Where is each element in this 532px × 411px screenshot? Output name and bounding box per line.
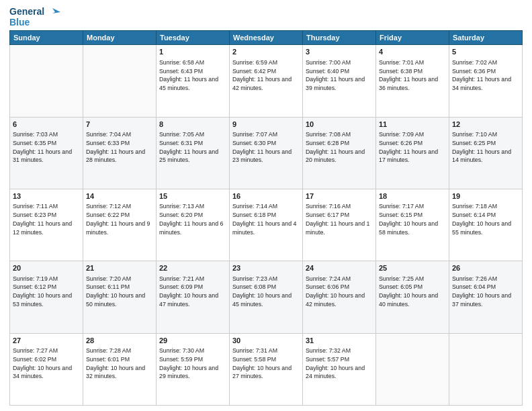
day-info: Sunrise: 7:08 AM Sunset: 6:28 PM Dayligh… [306, 130, 373, 165]
day-info: Sunrise: 7:13 AM Sunset: 6:20 PM Dayligh… [159, 202, 226, 236]
day-number: 18 [379, 191, 446, 201]
calendar: SundayMondayTuesdayWednesdayThursdayFrid… [9, 30, 523, 406]
day-number: 16 [232, 191, 300, 201]
day-info: Sunrise: 7:30 AM Sunset: 5:59 PM Dayligh… [159, 347, 226, 381]
calendar-cell: 6Sunrise: 7:03 AM Sunset: 6:35 PM Daylig… [10, 117, 83, 189]
day-info: Sunrise: 7:11 AM Sunset: 6:23 PM Dayligh… [13, 202, 80, 236]
day-info: Sunrise: 7:03 AM Sunset: 6:35 PM Dayligh… [13, 130, 80, 165]
day-number: 26 [452, 263, 519, 273]
calendar-cell: 20Sunrise: 7:19 AM Sunset: 6:12 PM Dayli… [10, 261, 83, 333]
calendar-cell: 23Sunrise: 7:23 AM Sunset: 6:08 PM Dayli… [230, 261, 303, 333]
day-info: Sunrise: 6:59 AM Sunset: 6:42 PM Dayligh… [232, 58, 300, 93]
day-info: Sunrise: 7:21 AM Sunset: 6:09 PM Dayligh… [159, 275, 226, 309]
calendar-cell: 2Sunrise: 6:59 AM Sunset: 6:42 PM Daylig… [230, 45, 303, 117]
day-of-week-header: Tuesday [157, 31, 230, 45]
calendar-cell: 9Sunrise: 7:07 AM Sunset: 6:30 PM Daylig… [230, 117, 303, 189]
day-info: Sunrise: 7:02 AM Sunset: 6:36 PM Dayligh… [452, 58, 519, 93]
day-number: 23 [232, 263, 300, 273]
calendar-cell: 14Sunrise: 7:12 AM Sunset: 6:22 PM Dayli… [83, 189, 157, 261]
calendar-cell: 25Sunrise: 7:25 AM Sunset: 6:05 PM Dayli… [376, 261, 449, 333]
day-of-week-header: Wednesday [230, 31, 303, 45]
day-info: Sunrise: 7:19 AM Sunset: 6:12 PM Dayligh… [13, 275, 80, 309]
day-number: 24 [306, 263, 373, 273]
calendar-cell: 29Sunrise: 7:30 AM Sunset: 5:59 PM Dayli… [157, 333, 230, 405]
calendar-week: 1Sunrise: 6:58 AM Sunset: 6:43 PM Daylig… [10, 45, 523, 117]
calendar-cell: 16Sunrise: 7:14 AM Sunset: 6:18 PM Dayli… [230, 189, 303, 261]
calendar-cell: 12Sunrise: 7:10 AM Sunset: 6:25 PM Dayli… [449, 117, 523, 189]
calendar-cell: 1Sunrise: 6:58 AM Sunset: 6:43 PM Daylig… [157, 45, 230, 117]
day-info: Sunrise: 7:25 AM Sunset: 6:05 PM Dayligh… [379, 275, 446, 309]
day-info: Sunrise: 7:20 AM Sunset: 6:11 PM Dayligh… [86, 275, 153, 309]
day-info: Sunrise: 7:10 AM Sunset: 6:25 PM Dayligh… [452, 130, 519, 165]
logo-blue: Blue [9, 17, 30, 28]
day-info: Sunrise: 7:26 AM Sunset: 6:04 PM Dayligh… [452, 275, 519, 309]
calendar-cell [376, 333, 449, 405]
calendar-cell: 7Sunrise: 7:04 AM Sunset: 6:33 PM Daylig… [83, 117, 157, 189]
calendar-cell: 30Sunrise: 7:31 AM Sunset: 5:58 PM Dayli… [230, 333, 303, 405]
calendar-cell: 17Sunrise: 7:16 AM Sunset: 6:17 PM Dayli… [303, 189, 376, 261]
day-number: 2 [232, 47, 300, 57]
day-number: 31 [306, 336, 373, 346]
day-of-week-header: Thursday [303, 31, 376, 45]
day-info: Sunrise: 7:24 AM Sunset: 6:06 PM Dayligh… [306, 275, 373, 309]
day-info: Sunrise: 7:05 AM Sunset: 6:31 PM Dayligh… [159, 130, 226, 165]
day-info: Sunrise: 7:32 AM Sunset: 5:57 PM Dayligh… [306, 347, 373, 381]
day-number: 3 [306, 47, 373, 57]
day-number: 25 [379, 263, 446, 273]
day-info: Sunrise: 7:17 AM Sunset: 6:15 PM Dayligh… [379, 202, 446, 236]
day-info: Sunrise: 7:09 AM Sunset: 6:26 PM Dayligh… [379, 130, 446, 165]
day-number: 14 [86, 191, 153, 201]
calendar-cell: 21Sunrise: 7:20 AM Sunset: 6:11 PM Dayli… [83, 261, 157, 333]
calendar-week: 27Sunrise: 7:27 AM Sunset: 6:02 PM Dayli… [10, 333, 523, 405]
day-info: Sunrise: 7:07 AM Sunset: 6:30 PM Dayligh… [232, 130, 300, 165]
calendar-cell [83, 45, 157, 117]
logo-general: General [9, 7, 44, 17]
calendar-cell: 10Sunrise: 7:08 AM Sunset: 6:28 PM Dayli… [303, 117, 376, 189]
logo: General Blue [9, 7, 60, 28]
day-number: 20 [13, 263, 80, 273]
calendar-week: 13Sunrise: 7:11 AM Sunset: 6:23 PM Dayli… [10, 189, 523, 261]
calendar-cell: 5Sunrise: 7:02 AM Sunset: 6:36 PM Daylig… [449, 45, 523, 117]
day-info: Sunrise: 7:27 AM Sunset: 6:02 PM Dayligh… [13, 347, 80, 381]
days-of-week-row: SundayMondayTuesdayWednesdayThursdayFrid… [10, 31, 523, 45]
calendar-week: 20Sunrise: 7:19 AM Sunset: 6:12 PM Dayli… [10, 261, 523, 333]
calendar-cell: 3Sunrise: 7:00 AM Sunset: 6:40 PM Daylig… [303, 45, 376, 117]
day-number: 29 [159, 336, 226, 346]
day-number: 15 [159, 191, 226, 201]
day-number: 19 [452, 191, 519, 201]
day-number: 7 [86, 120, 153, 130]
day-of-week-header: Sunday [10, 31, 83, 45]
day-number: 27 [13, 336, 80, 346]
day-number: 1 [159, 47, 226, 57]
day-number: 9 [232, 120, 300, 130]
day-number: 10 [306, 120, 373, 130]
calendar-cell: 4Sunrise: 7:01 AM Sunset: 6:38 PM Daylig… [376, 45, 449, 117]
calendar-week: 6Sunrise: 7:03 AM Sunset: 6:35 PM Daylig… [10, 117, 523, 189]
day-info: Sunrise: 7:31 AM Sunset: 5:58 PM Dayligh… [232, 347, 300, 381]
calendar-cell: 31Sunrise: 7:32 AM Sunset: 5:57 PM Dayli… [303, 333, 376, 405]
day-number: 4 [379, 47, 446, 57]
day-number: 6 [13, 120, 80, 130]
calendar-cell: 11Sunrise: 7:09 AM Sunset: 6:26 PM Dayli… [376, 117, 449, 189]
calendar-cell: 22Sunrise: 7:21 AM Sunset: 6:09 PM Dayli… [157, 261, 230, 333]
day-info: Sunrise: 7:14 AM Sunset: 6:18 PM Dayligh… [232, 202, 300, 236]
day-of-week-header: Monday [83, 31, 157, 45]
calendar-cell: 15Sunrise: 7:13 AM Sunset: 6:20 PM Dayli… [157, 189, 230, 261]
day-number: 28 [86, 336, 153, 346]
calendar-cell: 28Sunrise: 7:28 AM Sunset: 6:01 PM Dayli… [83, 333, 157, 405]
day-number: 22 [159, 263, 226, 273]
day-number: 12 [452, 120, 519, 130]
day-number: 13 [13, 191, 80, 201]
calendar-cell: 26Sunrise: 7:26 AM Sunset: 6:04 PM Dayli… [449, 261, 523, 333]
day-number: 11 [379, 120, 446, 130]
day-info: Sunrise: 7:01 AM Sunset: 6:38 PM Dayligh… [379, 58, 446, 93]
day-info: Sunrise: 7:12 AM Sunset: 6:22 PM Dayligh… [86, 202, 153, 236]
day-number: 17 [306, 191, 373, 201]
day-info: Sunrise: 7:04 AM Sunset: 6:33 PM Dayligh… [86, 130, 153, 165]
svg-marker-0 [52, 8, 60, 13]
day-number: 5 [452, 47, 519, 57]
calendar-cell: 8Sunrise: 7:05 AM Sunset: 6:31 PM Daylig… [157, 117, 230, 189]
day-info: Sunrise: 7:28 AM Sunset: 6:01 PM Dayligh… [86, 347, 153, 381]
day-info: Sunrise: 7:16 AM Sunset: 6:17 PM Dayligh… [306, 202, 373, 236]
day-of-week-header: Friday [376, 31, 449, 45]
